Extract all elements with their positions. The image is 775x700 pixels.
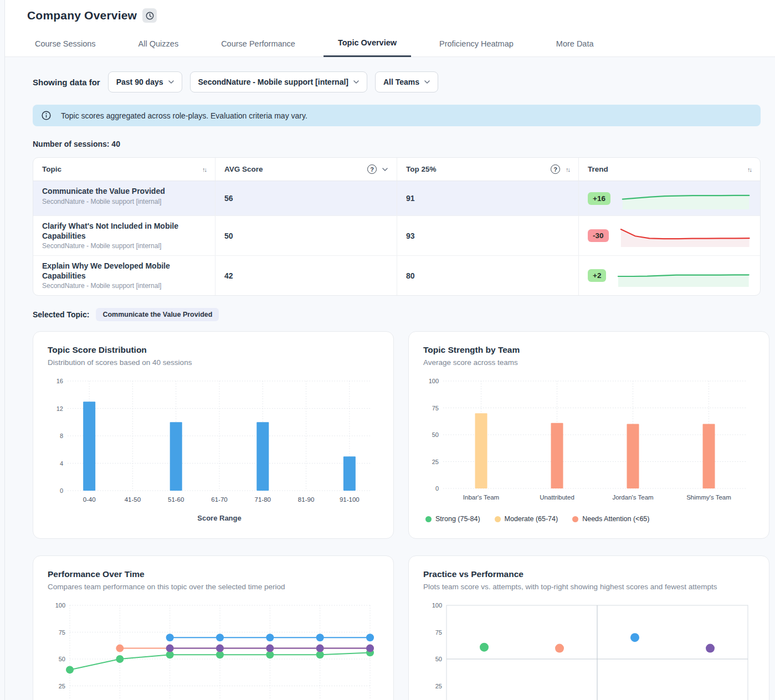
card-topic-score-distribution: Topic Score Distribution Distribution of… (33, 331, 394, 539)
tab-course-sessions[interactable]: Course Sessions (20, 39, 110, 56)
banner-text: Topic scores aggregated across role-play… (61, 111, 307, 120)
chart-subtitle: Plots team score vs. attempts, with top-… (423, 583, 755, 591)
charts-grid: Topic Score Distribution Distribution of… (33, 331, 761, 700)
sessions-count: Number of sessions: 40 (33, 140, 762, 148)
legend-dot (425, 516, 432, 522)
table-header-row: Topic↑↓AVG Score?Top 25%?↑↓Trend↑↓ (33, 158, 760, 181)
topic-cell: Explain Why We Developed Mobile Capabili… (33, 256, 215, 295)
svg-text:50: 50 (435, 656, 442, 662)
help-icon[interactable]: ? (367, 164, 377, 174)
dropdown-value: SecondNature - Mobile support [internal] (198, 78, 348, 86)
sort-icon[interactable]: ↑↓ (202, 166, 206, 173)
help-icon[interactable]: ? (551, 164, 560, 174)
svg-text:75: 75 (435, 629, 442, 636)
page-header: Company Overview (5, 0, 775, 28)
top-25-value: 91 (406, 194, 415, 203)
column-header-topic[interactable]: Topic↑↓ (33, 158, 215, 181)
table-row[interactable]: Clarify What's Not Included in Mobile Ca… (33, 216, 760, 256)
legend-item-strong-75-84: Strong (75-84) (425, 515, 480, 523)
trend-sparkline (616, 264, 751, 287)
tab-more-data[interactable]: More Data (542, 39, 608, 56)
legend-item-moderate-65-74: Moderate (65-74) (495, 515, 558, 523)
dropdown-past-90-days[interactable]: Past 90 days (108, 71, 182, 92)
sort-icon[interactable]: ↑↓ (566, 166, 569, 173)
legend-label: Needs Attention (<65) (582, 515, 649, 523)
selected-topic-label: Selected Topic: (33, 310, 89, 319)
column-header-avg-score[interactable]: AVG Score? (215, 158, 397, 181)
column-header-icons: ?↑↓ (551, 164, 569, 174)
svg-text:50: 50 (432, 431, 439, 438)
dropdown-value: All Teams (383, 78, 419, 86)
svg-text:75: 75 (59, 629, 65, 636)
clock-icon[interactable] (142, 8, 157, 23)
svg-text:100: 100 (432, 602, 442, 609)
svg-text:25: 25 (59, 683, 65, 689)
chevron-down-icon (424, 80, 430, 84)
tab-proficiency-heatmap[interactable]: Proficiency Heatmap (425, 39, 528, 56)
dropdown-all-teams[interactable]: All Teams (375, 71, 438, 92)
chart-title: Topic Score Distribution (48, 345, 379, 355)
sort-icon[interactable]: ↑↓ (747, 166, 751, 173)
svg-text:100: 100 (55, 602, 65, 609)
avg-score-cell: 50 (215, 216, 397, 255)
tab-topic-overview[interactable]: Topic Overview (324, 38, 411, 57)
svg-text:61-70: 61-70 (211, 496, 227, 503)
svg-text:Shimmy's Team: Shimmy's Team (686, 494, 731, 501)
info-icon (42, 111, 51, 120)
column-header-top-25[interactable]: Top 25%?↑↓ (397, 158, 578, 181)
avg-score-cell: 56 (215, 181, 397, 215)
legend-label: Strong (75-84) (435, 515, 480, 523)
dropdown-secondnature-mobile-support-internal[interactable]: SecondNature - Mobile support [internal] (190, 71, 367, 92)
column-label: Trend (588, 165, 608, 173)
svg-text:25: 25 (435, 683, 442, 689)
topic-name: Explain Why We Developed Mobile Capabili… (42, 261, 206, 281)
team-strength-legend: Strong (75-84)Moderate (65-74)Needs Atte… (423, 515, 755, 523)
tab-all-quizzes[interactable]: All Quizzes (124, 39, 193, 56)
trend-badge: +2 (588, 269, 606, 282)
top-25-cell: 93 (397, 216, 578, 255)
column-header-trend[interactable]: Trend↑↓ (578, 158, 760, 181)
svg-text:Score Range: Score Range (197, 514, 241, 522)
column-label: Top 25% (406, 165, 437, 173)
avg-score-cell: 42 (215, 256, 397, 295)
topic-name: Communicate the Value Provided (42, 187, 206, 197)
page-title: Company Overview (27, 9, 137, 22)
topic-name: Clarify What's Not Included in Mobile Ca… (42, 222, 206, 241)
svg-text:12: 12 (57, 405, 63, 412)
svg-text:Jordan's Team: Jordan's Team (612, 494, 653, 501)
avg-score-value: 42 (224, 271, 233, 280)
topic-overview-panel: Showing data for Past 90 daysSecondNatur… (5, 57, 775, 700)
svg-text:8: 8 (60, 433, 63, 439)
table-row[interactable]: Explain Why We Developed Mobile Capabili… (33, 256, 760, 295)
trend-badge: +16 (588, 192, 610, 205)
table-body: Communicate the Value ProvidedSecondNatu… (33, 181, 760, 295)
chart-subtitle: Distribution of scores based on 40 sessi… (48, 358, 379, 367)
table-row[interactable]: Communicate the Value ProvidedSecondNatu… (33, 181, 760, 216)
svg-text:0: 0 (60, 487, 63, 494)
chevron-down-icon[interactable] (382, 168, 388, 171)
dropdown-value: Past 90 days (116, 78, 163, 86)
filter-dropdowns: Past 90 daysSecondNature - Mobile suppor… (108, 71, 438, 92)
tab-course-performance[interactable]: Course Performance (207, 39, 310, 56)
trend-sparkline (620, 187, 751, 210)
top-25-cell: 91 (397, 181, 578, 215)
svg-text:75: 75 (432, 405, 439, 411)
svg-text:25: 25 (432, 459, 439, 465)
svg-text:16: 16 (57, 378, 63, 384)
chevron-down-icon (353, 80, 359, 84)
column-label: AVG Score (224, 165, 263, 173)
chart-subtitle: Compares team performance on this topic … (48, 583, 379, 591)
legend-dot (495, 516, 501, 522)
column-header-icons: ↑↓ (747, 166, 751, 173)
column-header-icons: ? (367, 164, 388, 174)
trend-cell: -30 (578, 216, 760, 255)
topic-course: SecondNature - Mobile support [internal] (42, 198, 206, 205)
chart-title: Performance Over Time (48, 569, 379, 579)
svg-text:Unattributed: Unattributed (540, 494, 574, 501)
filter-label: Showing data for (33, 78, 100, 87)
svg-text:81-90: 81-90 (298, 496, 314, 503)
column-header-icons: ↑↓ (202, 166, 206, 173)
legend-dot (572, 516, 578, 522)
topics-table: Topic↑↓AVG Score?Top 25%?↑↓Trend↑↓ Commu… (33, 157, 761, 296)
svg-text:91-100: 91-100 (340, 496, 360, 503)
